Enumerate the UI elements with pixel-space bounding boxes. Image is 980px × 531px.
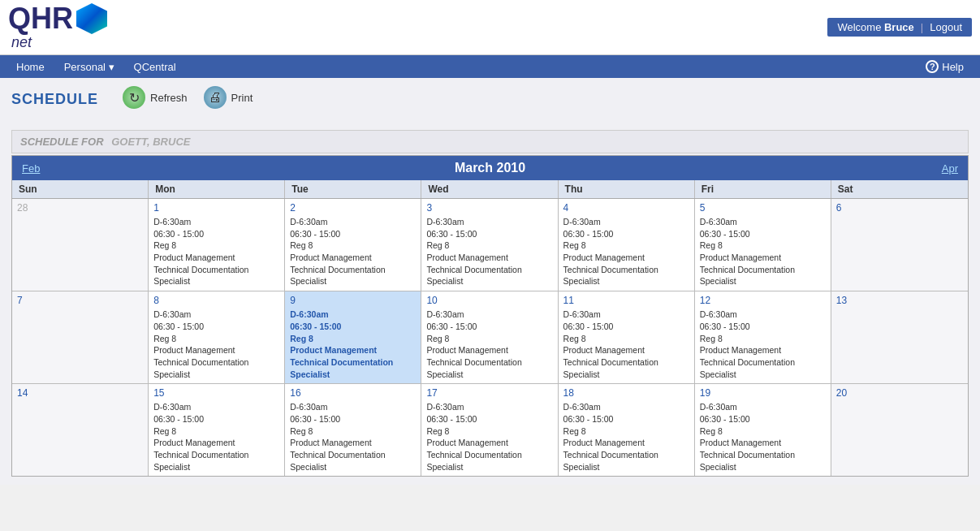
cal-entry: D-6:30am06:30 - 15:00Reg 8Product Manage… (563, 401, 689, 473)
cal-cell: 19D-6:30am06:30 - 15:00Reg 8Product Mana… (695, 384, 831, 476)
cal-cell: 1D-6:30am06:30 - 15:00Reg 8Product Manag… (149, 199, 285, 291)
cal-entry: D-6:30am06:30 - 15:00Reg 8Product Manage… (426, 401, 552, 473)
logo-cube-icon (76, 3, 107, 34)
cal-entry: D-6:30am06:30 - 15:00Reg 8Product Manage… (700, 401, 826, 473)
cal-entry: D-6:30am06:30 - 15:00Reg 8Product Manage… (153, 216, 279, 287)
cal-cell: 5D-6:30am06:30 - 15:00Reg 8Product Manag… (695, 199, 831, 291)
cal-cell: 15D-6:30am06:30 - 15:00Reg 8Product Mana… (149, 384, 285, 476)
day-number: 19 (700, 387, 826, 399)
day-number: 8 (153, 295, 279, 306)
cal-entry: D-6:30am06:30 - 15:00Reg 8Product Manage… (563, 216, 689, 287)
logo-qhr: QHR (8, 3, 107, 34)
cal-cell: 7 (12, 291, 149, 383)
day-headers-row: SunMonTueWedThuFriSat (12, 180, 968, 199)
help-label: Help (942, 61, 964, 73)
page-title: SCHEDULE (11, 91, 98, 108)
day-number: 9 (290, 295, 416, 306)
refresh-button[interactable]: ↻ Refresh (123, 86, 188, 109)
logo-net: net (11, 34, 32, 51)
calendar: Feb March 2010 Apr SunMonTueWedThuFriSat… (11, 155, 969, 477)
cal-cell: 2D-6:30am06:30 - 15:00Reg 8Product Manag… (285, 199, 421, 291)
day-header-tue: Tue (285, 180, 421, 198)
day-number: 28 (17, 202, 143, 214)
cal-entry: D-6:30am06:30 - 15:00Reg 8Product Manage… (290, 216, 416, 287)
nav-links: Home Personal ▾ QCentral (8, 56, 184, 78)
cal-cell: 17D-6:30am06:30 - 15:00Reg 8Product Mana… (421, 384, 558, 476)
day-number: 17 (426, 387, 552, 399)
day-number: 5 (700, 202, 826, 214)
cal-entry: D-6:30am06:30 - 15:00Reg 8Product Manage… (700, 216, 826, 287)
day-number: 14 (17, 387, 143, 399)
day-number: 4 (563, 202, 689, 214)
logo: QHR net (8, 3, 107, 51)
day-number: 15 (153, 387, 279, 399)
cal-cell: 18D-6:30am06:30 - 15:00Reg 8Product Mana… (559, 384, 695, 476)
day-number: 12 (700, 295, 826, 306)
day-number: 18 (563, 387, 689, 399)
user-bar: Welcome Bruce | Logout (827, 18, 972, 37)
cal-cell: 9D-6:30am06:30 - 15:00Reg 8Product Manag… (285, 291, 421, 383)
print-button[interactable]: 🖨 Print (204, 86, 253, 109)
cal-entry: D-6:30am06:30 - 15:00Reg 8Product Manage… (153, 401, 279, 473)
cal-cell: 20 (831, 384, 968, 476)
cal-cell: 6 (831, 199, 968, 291)
nav-bar: Home Personal ▾ QCentral ? Help (0, 55, 980, 78)
cal-entry: D-6:30am06:30 - 15:00Reg 8Product Manage… (153, 309, 279, 380)
day-number: 2 (290, 202, 416, 214)
cal-entry: D-6:30am06:30 - 15:00Reg 8Product Manage… (563, 309, 689, 380)
day-header-wed: Wed (421, 180, 558, 198)
cal-entry: D-6:30am06:30 - 15:00Reg 8Product Manage… (700, 309, 826, 380)
day-number: 11 (563, 295, 689, 306)
cal-entry: D-6:30am06:30 - 15:00Reg 8Product Manage… (290, 401, 416, 473)
day-number: 1 (153, 202, 279, 214)
day-number: 16 (290, 387, 416, 399)
top-bar: QHR net Welcome Bruce | Logout (0, 0, 980, 55)
cal-cell: 13 (831, 291, 968, 383)
toolbar: ↻ Refresh 🖨 Print (123, 86, 253, 109)
day-header-thu: Thu (559, 180, 695, 198)
nav-personal[interactable]: Personal ▾ (56, 56, 123, 78)
logout-link[interactable]: Logout (930, 21, 962, 33)
calendar-header: Feb March 2010 Apr (12, 156, 968, 180)
nav-help[interactable]: ? Help (917, 55, 972, 78)
schedule-for-bar: SCHEDULE FOR GOETT, BRUCE (11, 130, 969, 153)
next-month-link[interactable]: Apr (824, 162, 958, 175)
day-header-sat: Sat (831, 180, 968, 198)
day-number: 10 (426, 295, 552, 306)
day-header-mon: Mon (149, 180, 285, 198)
print-label: Print (231, 92, 253, 104)
cal-cell: 12D-6:30am06:30 - 15:00Reg 8Product Mana… (695, 291, 831, 383)
username-display: Bruce (884, 21, 914, 33)
calendar-week-2: 1415D-6:30am06:30 - 15:00Reg 8Product Ma… (12, 384, 968, 476)
calendar-body: 281D-6:30am06:30 - 15:00Reg 8Product Man… (12, 199, 968, 476)
cal-cell: 10D-6:30am06:30 - 15:00Reg 8Product Mana… (421, 291, 558, 383)
nav-qcentral[interactable]: QCentral (126, 56, 184, 78)
day-number: 6 (836, 202, 963, 214)
day-number: 3 (426, 202, 552, 214)
day-header-fri: Fri (695, 180, 831, 198)
cal-cell: 3D-6:30am06:30 - 15:00Reg 8Product Manag… (421, 199, 558, 291)
cal-cell: 4D-6:30am06:30 - 15:00Reg 8Product Manag… (559, 199, 695, 291)
schedule-for-label: SCHEDULE FOR (20, 136, 104, 148)
nav-home[interactable]: Home (8, 56, 53, 78)
day-number: 13 (836, 295, 963, 306)
welcome-text: Welcome Bruce (837, 21, 913, 33)
cal-cell: 16D-6:30am06:30 - 15:00Reg 8Product Mana… (285, 384, 421, 476)
cal-cell: 14 (12, 384, 149, 476)
day-number: 20 (836, 387, 963, 399)
cal-entry: D-6:30am06:30 - 15:00Reg 8Product Manage… (426, 309, 552, 380)
cal-cell: 28 (12, 199, 149, 291)
prev-month-link[interactable]: Feb (22, 162, 156, 175)
schedule-for-name: GOETT, BRUCE (111, 136, 190, 148)
calendar-week-1: 78D-6:30am06:30 - 15:00Reg 8Product Mana… (12, 291, 968, 384)
cal-cell: 11D-6:30am06:30 - 15:00Reg 8Product Mana… (559, 291, 695, 383)
calendar-title: March 2010 (156, 161, 825, 175)
calendar-week-0: 281D-6:30am06:30 - 15:00Reg 8Product Man… (12, 199, 968, 291)
refresh-label: Refresh (150, 92, 188, 104)
day-header-sun: Sun (12, 180, 149, 198)
help-circle-icon: ? (926, 60, 939, 73)
cal-entry: D-6:30am06:30 - 15:00Reg 8Product Manage… (426, 216, 552, 287)
cal-entry: D-6:30am06:30 - 15:00Reg 8Product Manage… (290, 309, 416, 380)
separator: | (921, 21, 923, 33)
print-icon: 🖨 (204, 86, 227, 109)
